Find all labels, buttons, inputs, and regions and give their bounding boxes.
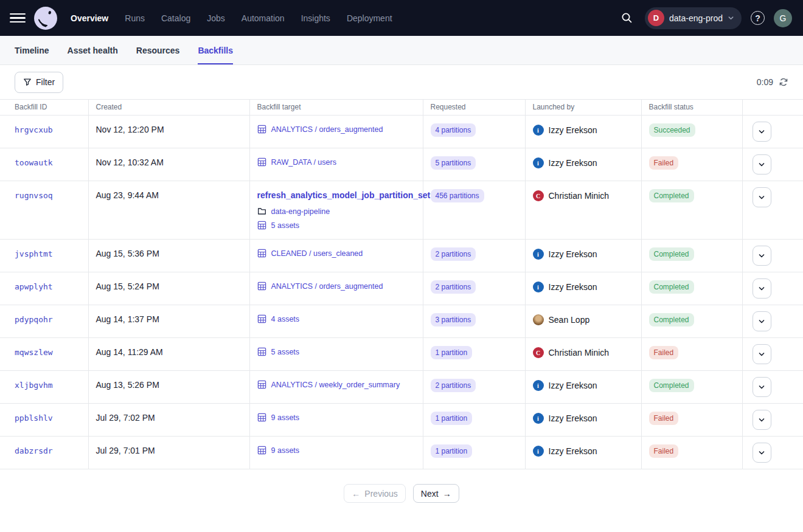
created-timestamp: Nov 12, 10:32 AM [96,157,164,167]
table-row: rugnvsoqAug 23, 9:44 AMrefresh_analytics… [0,181,803,240]
user-initial-avatar: C [533,190,544,201]
overview-tabbar: Timeline Asset health Resources Backfill… [0,36,803,65]
nav-item-deployment[interactable]: Deployment [347,13,392,23]
backfill-target-link[interactable]: ANALYTICS / orders_augmented [271,282,383,291]
backfill-target-link[interactable]: 4 assets [271,315,300,323]
user-initial-avatar: i [533,282,544,292]
table-row: mqwszlewAug 14, 11:29 AM5 assets1 partit… [0,338,803,371]
deployment-switcher[interactable]: D data-eng-prod [645,7,742,29]
backfill-target-link[interactable]: 9 assets [271,413,300,422]
backfill-target-link[interactable]: ANALYTICS / orders_augmented [271,125,383,134]
user-avatar[interactable]: G [774,9,792,27]
created-timestamp: Jul 29, 7:02 PM [96,413,155,423]
tab-asset-health[interactable]: Asset health [68,36,118,64]
folder-icon [257,207,266,216]
backfill-target-link[interactable]: CLEANED / users_cleaned [271,249,363,258]
hamburger-icon[interactable] [10,10,26,26]
refresh-icon[interactable] [779,77,788,87]
table-header-row: Backfill ID Created Backfill target Requ… [0,100,803,116]
launched-by-user: iIzzy Erekson [533,380,634,391]
dagster-logo[interactable] [34,7,57,30]
launched-by-name: Izzy Erekson [549,125,597,135]
row-actions-button[interactable] [753,377,771,397]
backfill-target-line: 9 assets [257,446,415,455]
table-row: toowautkNov 12, 10:32 AMRAW_DATA / users… [0,148,803,181]
search-icon[interactable] [617,9,636,27]
row-actions-button[interactable] [753,311,771,331]
launched-by-user: iIzzy Erekson [533,125,634,136]
backfill-target-link[interactable]: 5 assets [271,348,300,356]
user-initial-avatar: i [533,249,544,260]
created-timestamp: Nov 12, 12:20 PM [96,125,164,134]
launched-by-name: Christian Minich [549,348,610,358]
user-initial-avatar: C [533,347,544,358]
backfill-target-line: RAW_DATA / users [257,157,415,167]
backfill-target-link[interactable]: 9 assets [271,446,300,455]
backfill-target-link[interactable]: data-eng-pipeline [271,207,330,216]
chevron-down-icon [728,15,734,21]
deployment-avatar: D [648,10,664,26]
requested-partitions-badge: 2 partitions [431,247,476,261]
row-actions-button[interactable] [753,443,771,463]
tab-timeline[interactable]: Timeline [15,36,49,64]
launched-by-user: Sean Lopp [533,314,634,325]
nav-item-catalog[interactable]: Catalog [161,13,190,23]
backfill-id-link[interactable]: pdypqohr [15,315,53,324]
tab-backfills[interactable]: Backfills [198,36,233,64]
table-row: xljbgvhmAug 13, 5:26 PMANALYTICS / weekl… [0,371,803,404]
launched-by-name: Izzy Erekson [549,446,597,456]
chevron-down-icon [758,285,765,292]
backfill-id-link[interactable]: ppblshlv [15,413,53,423]
backfill-status-badge: Succeeded [649,123,695,137]
backfill-id-link[interactable]: xljbgvhm [15,381,53,390]
asset-table-icon [257,282,266,291]
backfill-target-link[interactable]: RAW_DATA / users [271,158,336,167]
nav-item-overview[interactable]: Overview [71,13,108,23]
nav-item-jobs[interactable]: Jobs [207,13,225,23]
user-initial-avatar: i [533,157,544,168]
row-actions-button[interactable] [753,122,771,142]
arrow-right-icon: → [443,489,451,499]
backfill-id-link[interactable]: hrgvcxub [15,125,53,134]
asset-table-icon [257,446,266,455]
tab-resources[interactable]: Resources [136,36,180,64]
row-actions-button[interactable] [753,344,771,364]
row-actions-button[interactable] [753,278,771,299]
nav-item-runs[interactable]: Runs [125,13,145,23]
requested-partitions-badge: 2 partitions [431,280,476,294]
backfill-target-link[interactable]: 5 assets [271,221,300,230]
backfill-id-link[interactable]: rugnvsoq [15,191,53,200]
requested-partitions-badge: 1 partition [431,346,473,359]
filter-funnel-icon [23,78,32,86]
help-icon[interactable]: ? [751,11,765,25]
requested-partitions-badge: 1 partition [431,444,473,458]
chevron-down-icon [758,252,765,260]
row-actions-button[interactable] [753,410,771,430]
requested-partitions-badge: 456 partitions [431,189,484,202]
backfill-id-link[interactable]: toowautk [15,158,53,167]
backfill-id-link[interactable]: jvsphtmt [15,249,53,258]
row-actions-button[interactable] [753,154,771,174]
previous-label: Previous [364,489,397,499]
backfill-id-link[interactable]: apwplyht [15,282,53,291]
backfill-status-badge: Completed [649,313,694,326]
row-actions-button[interactable] [753,246,771,266]
nav-item-insights[interactable]: Insights [301,13,330,23]
filter-button[interactable]: Filter [15,72,63,93]
nav-item-automation[interactable]: Automation [242,13,285,23]
created-timestamp: Aug 14, 11:29 AM [96,347,163,357]
backfill-id-link[interactable]: mqwszlew [15,348,53,357]
row-actions-button[interactable] [753,187,771,207]
next-page-button[interactable]: Next → [413,484,459,503]
backfill-id-link[interactable]: dabzrsdr [15,446,53,455]
asset-table-icon [257,347,266,356]
table-row: dabzrsdrJul 29, 7:01 PM9 assets1 partiti… [0,437,803,469]
backfill-target-line: 4 assets [257,314,415,323]
column-header-requested: Requested [423,100,525,116]
navbar-right: D data-eng-prod ? G [617,7,792,29]
previous-page-button[interactable]: ← Previous [344,484,405,503]
backfill-target-job-link[interactable]: refresh_analytics_model_job_partition_se… [257,190,415,200]
backfill-target-link[interactable]: ANALYTICS / weekly_order_summary [271,381,400,389]
created-timestamp: Aug 15, 5:24 PM [96,282,159,291]
backfill-target-line: 9 assets [257,413,415,422]
